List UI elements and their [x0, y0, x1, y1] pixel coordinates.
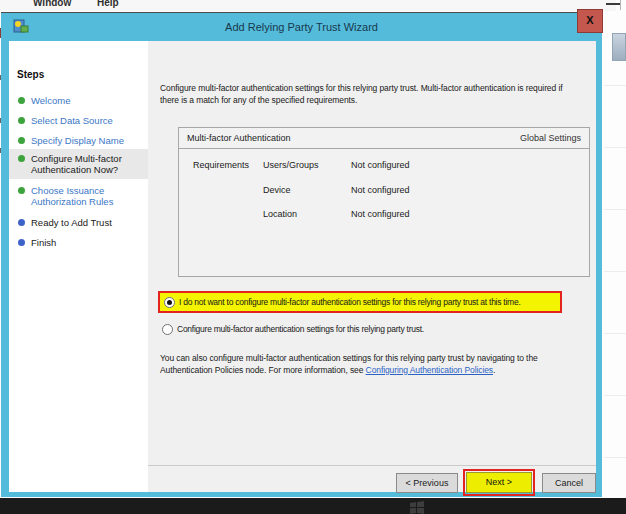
- table-row-users-groups: Users/Groups Not configured: [179, 160, 589, 172]
- next-button-annotation-box: Next >: [463, 469, 535, 496]
- background-row-line: [604, 85, 626, 86]
- background-minimize-mark: [606, 3, 621, 5]
- sidebar-item-select-data-source[interactable]: Select Data Source: [9, 115, 148, 137]
- step-done-bullet-icon: [18, 97, 25, 104]
- screenshot-root: Window Help Add Relying Party Trust Wiza…: [0, 0, 626, 514]
- radio-option-configure-mfa-label[interactable]: Configure multi-factor authentication se…: [177, 324, 424, 334]
- wizard-step-content: Configure multi-factor authentication se…: [148, 41, 596, 492]
- background-row-line: [604, 333, 626, 334]
- cancel-button[interactable]: Cancel: [542, 473, 596, 493]
- step-label: Configure Multi-factor Authentication No…: [31, 153, 143, 175]
- step-pending-bullet-icon: [18, 219, 25, 226]
- note-line1: You can also configure multi-factor auth…: [160, 353, 538, 365]
- radio-option-skip-mfa-annotated[interactable]: I do not want to configure multi-factor …: [158, 291, 562, 313]
- requirement-name: Location: [263, 209, 297, 219]
- background-row-line: [604, 147, 626, 148]
- footer-divider: [148, 465, 596, 466]
- background-scrollbar-edge: [620, 0, 621, 10]
- background-row-line: [604, 457, 626, 458]
- step-label: Specify Display Name: [31, 135, 143, 146]
- requirement-value: Not configured: [351, 160, 410, 170]
- steps-heading: Steps: [17, 69, 44, 80]
- sidebar-item-finish: Finish: [9, 237, 148, 259]
- radio-unselected-icon[interactable]: [162, 324, 173, 335]
- requirement-value: Not configured: [351, 185, 410, 195]
- requirement-name: Device: [263, 185, 291, 195]
- dialog-body: Steps Welcome Select Data Source Specify…: [9, 41, 596, 492]
- desktop-taskbar: [0, 498, 626, 514]
- note-line2-suffix: .: [493, 365, 495, 375]
- requirement-name: Users/Groups: [263, 160, 319, 170]
- radio-selected-icon[interactable]: [164, 297, 175, 308]
- step-done-bullet-icon: [18, 155, 25, 162]
- global-settings-label: Global Settings: [520, 133, 581, 143]
- background-scrollbar-thumb[interactable]: [612, 33, 626, 61]
- close-icon: X: [586, 14, 593, 26]
- note-line2: Authentication Policies node. For more i…: [160, 365, 538, 377]
- sidebar-item-ready-to-add-trust: Ready to Add Trust: [9, 217, 148, 239]
- table-row-device: Device Not configured: [179, 185, 589, 197]
- additional-info-note: You can also configure multi-factor auth…: [160, 353, 538, 376]
- radio-option-skip-mfa-label[interactable]: I do not want to configure multi-factor …: [179, 297, 521, 307]
- sidebar-item-welcome[interactable]: Welcome: [9, 95, 148, 117]
- mfa-settings-table: Multi-factor Authentication Global Setti…: [178, 127, 590, 277]
- mfa-table-header: Multi-factor Authentication Global Setti…: [179, 128, 589, 149]
- background-row-line: [604, 395, 626, 396]
- step-label: Finish: [31, 237, 143, 248]
- step-done-bullet-icon: [18, 137, 25, 144]
- step-label: Welcome: [31, 95, 143, 106]
- previous-button[interactable]: < Previous: [396, 473, 458, 493]
- step-label: Ready to Add Trust: [31, 217, 143, 228]
- windows-logo-icon: [410, 500, 436, 514]
- background-row-line: [604, 271, 626, 272]
- step-label: Choose Issuance Authorization Rules: [31, 185, 143, 207]
- step-description-line1: Configure multi-factor authentication se…: [160, 83, 562, 95]
- next-button[interactable]: Next >: [466, 472, 532, 493]
- configuring-authentication-policies-link[interactable]: Configuring Authentication Policies: [366, 365, 493, 375]
- sidebar-item-configure-mfa-now: Configure Multi-factor Authentication No…: [9, 153, 148, 175]
- close-button[interactable]: X: [577, 9, 603, 33]
- menu-item-window[interactable]: Window: [33, 0, 71, 8]
- requirement-value: Not configured: [351, 209, 410, 219]
- step-done-bullet-icon: [18, 187, 25, 194]
- sidebar-item-choose-issuance-authorization-rules[interactable]: Choose Issuance Authorization Rules: [9, 185, 148, 207]
- radio-option-configure-mfa[interactable]: Configure multi-factor authentication se…: [162, 323, 582, 337]
- table-row-location: Location Not configured: [179, 209, 589, 221]
- menu-item-help[interactable]: Help: [97, 0, 119, 8]
- dialog-title: Add Relying Party Trust Wizard: [1, 21, 602, 33]
- step-done-bullet-icon: [18, 117, 25, 124]
- steps-sidebar: Steps Welcome Select Data Source Specify…: [9, 41, 148, 492]
- step-pending-bullet-icon: [18, 239, 25, 246]
- step-label: Select Data Source: [31, 115, 143, 126]
- note-line2-prefix: Authentication Policies node. For more i…: [160, 365, 366, 375]
- step-description-line2: there is a match for any of the specifie…: [160, 95, 562, 107]
- background-row-line: [604, 209, 626, 210]
- mfa-table-title: Multi-factor Authentication: [187, 133, 291, 143]
- add-relying-party-trust-wizard-dialog: Add Relying Party Trust Wizard X Steps W…: [1, 12, 602, 497]
- step-description: Configure multi-factor authentication se…: [160, 83, 562, 106]
- background-menubar: Window Help: [0, 0, 616, 11]
